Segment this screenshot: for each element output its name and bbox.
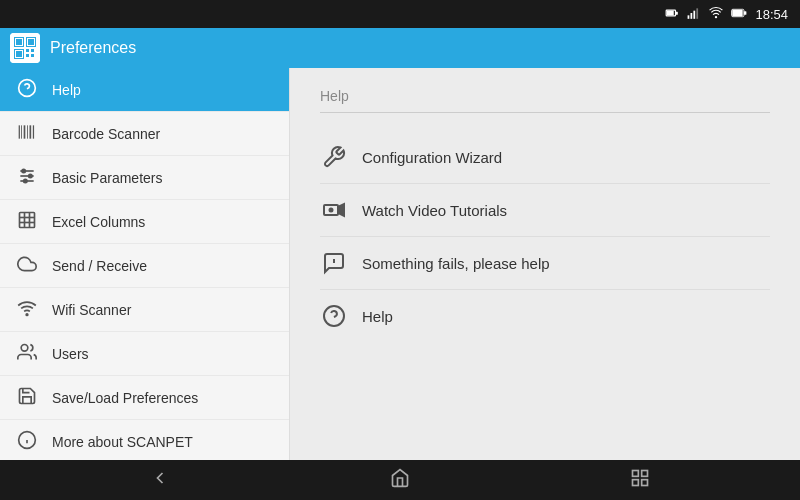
content-section-title: Help [320,88,770,104]
help-icon [16,78,38,102]
svg-rect-60 [633,479,639,485]
video-icon [320,196,348,224]
svg-point-45 [21,344,28,351]
sidebar-item-wifi-scanner[interactable]: Wifi Scanner [0,288,289,332]
svg-rect-21 [26,49,29,52]
storage-icon [665,6,679,23]
svg-rect-5 [694,10,696,18]
status-bar: 18:54 [0,0,800,28]
sidebar-label-excel: Excel Columns [52,214,145,230]
sidebar-item-save-load[interactable]: Save/Load Preferences [0,376,289,420]
svg-rect-6 [697,8,699,18]
battery-icon [731,6,747,23]
content-item-help[interactable]: Help [320,290,770,342]
wrench-icon [320,143,348,171]
sidebar-label-wifi: Wifi Scanner [52,302,131,318]
sidebar: Help Barcode Scanner Basic Parameters Ex… [0,68,290,460]
svg-rect-61 [642,479,648,485]
sidebar-item-help[interactable]: Help [0,68,289,112]
svg-rect-4 [691,13,693,19]
sidebar-label-more-about: More about SCANPET [52,434,193,450]
svg-rect-9 [744,11,746,15]
time-display: 18:54 [755,7,788,22]
sidebar-label-help: Help [52,82,81,98]
sidebar-label-basic-params: Basic Parameters [52,170,162,186]
svg-rect-2 [667,10,674,15]
sidebar-item-basic-parameters[interactable]: Basic Parameters [0,156,289,200]
svg-rect-32 [33,125,34,138]
cloud-icon [16,254,38,278]
svg-rect-22 [31,49,34,52]
sidebar-label-send-receive: Send / Receive [52,258,147,274]
svg-rect-29 [24,125,26,138]
help-label: Help [362,308,393,325]
video-tutorials-label: Watch Video Tutorials [362,202,507,219]
status-right: 18:54 [665,6,788,23]
app-title: Preferences [50,39,136,57]
svg-rect-58 [633,470,639,476]
something-fails-label: Something fails, please help [362,255,550,272]
nav-bar [0,460,800,500]
back-button[interactable] [130,464,190,497]
question-icon [320,302,348,330]
svg-rect-3 [688,15,690,18]
recents-button[interactable] [610,464,670,497]
svg-rect-10 [733,9,743,15]
app-icon [10,33,40,63]
sidebar-label-users: Users [52,346,89,362]
content-divider [320,112,770,113]
svg-rect-30 [27,125,28,138]
svg-rect-28 [21,125,22,138]
svg-rect-39 [20,212,35,227]
config-wizard-label: Configuration Wizard [362,149,502,166]
wifi-status-icon [709,6,723,23]
content-item-config-wizard[interactable]: Configuration Wizard [320,131,770,184]
home-button[interactable] [370,464,430,497]
svg-rect-20 [16,51,22,57]
barcode-icon [16,122,38,146]
svg-rect-1 [676,11,678,14]
sidebar-label-barcode: Barcode Scanner [52,126,160,142]
svg-marker-52 [338,204,344,216]
svg-rect-27 [19,125,20,138]
svg-point-38 [24,179,27,182]
sidebar-item-barcode-scanner[interactable]: Barcode Scanner [0,112,289,156]
content-item-something-fails[interactable]: Something fails, please help [320,237,770,290]
sliders-icon [16,166,38,190]
sidebar-item-excel-columns[interactable]: Excel Columns [0,200,289,244]
svg-rect-31 [30,125,32,138]
users-icon [16,342,38,366]
wifi-icon [16,298,38,322]
svg-point-7 [715,15,717,17]
signal-icon [687,6,701,23]
title-bar: Preferences [0,28,800,68]
alert-icon [320,249,348,277]
info-icon [16,430,38,454]
svg-point-44 [26,313,28,315]
svg-point-53 [330,209,333,212]
svg-rect-17 [28,39,34,45]
table-icon [16,210,38,234]
save-icon [16,386,38,410]
sidebar-item-send-receive[interactable]: Send / Receive [0,244,289,288]
svg-point-36 [22,169,25,172]
svg-rect-23 [26,54,29,57]
svg-rect-59 [642,470,648,476]
main-layout: Help Barcode Scanner Basic Parameters Ex… [0,68,800,460]
svg-point-37 [29,174,32,177]
sidebar-label-save-load: Save/Load Preferences [52,390,198,406]
content-panel: Help Configuration Wizard Watch Video Tu… [290,68,800,460]
svg-rect-24 [31,54,34,57]
svg-rect-14 [16,39,22,45]
sidebar-item-users[interactable]: Users [0,332,289,376]
sidebar-item-more-about[interactable]: More about SCANPET [0,420,289,460]
content-item-video-tutorials[interactable]: Watch Video Tutorials [320,184,770,237]
